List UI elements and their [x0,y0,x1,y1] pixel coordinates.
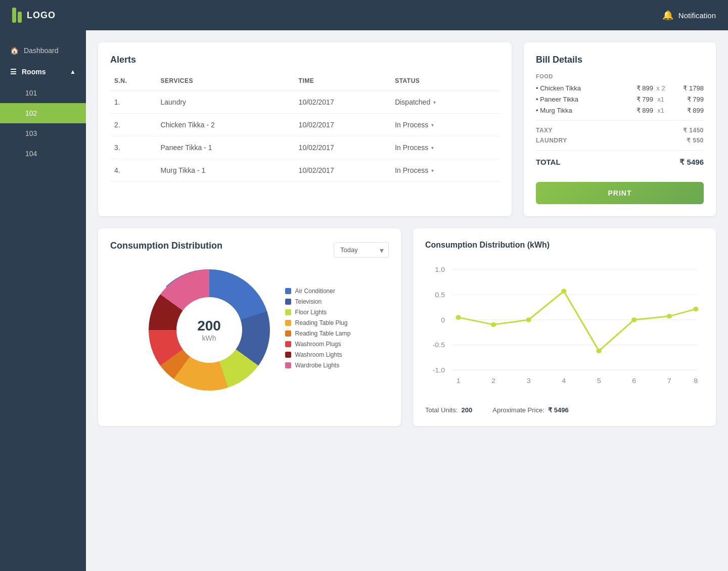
bill-item-price: ₹ 799 [623,96,653,103]
bill-item-total: ₹ 799 [668,96,704,103]
svg-point-19 [491,322,496,327]
logo-area: LOGO [12,8,56,23]
bill-item-qty: x1 [653,96,668,103]
table-row: 1. Laundry 10/02/2017 Dispatched ▾ [110,91,499,114]
svg-point-25 [693,307,698,311]
svg-point-22 [596,349,601,353]
chart-header: Consumption Distribution Today This Week… [110,241,389,259]
bill-card: Bill Details FOOD • Chicken Tikka ₹ 899 … [524,42,716,216]
main-content: Alerts S.N. SERVICES TIME STATUS 1. Laun… [86,30,728,438]
col-sn: S.N. [110,73,157,91]
notification-label: Notification [678,11,716,20]
cell-status: In Process ▾ [391,136,499,159]
sidebar-item-103[interactable]: 103 [0,123,86,144]
col-time: TIME [295,73,391,91]
home-icon: 🏠 [10,46,19,55]
cell-sn: 3. [110,136,157,159]
legend-color [285,309,291,315]
top-row: Alerts S.N. SERVICES TIME STATUS 1. Laun… [98,42,716,216]
consumption-kwh-card: Consumption Distribution (kWh) 1.0 0.5 0… [413,228,716,426]
dashboard-label: Dashboard [24,46,59,55]
total-row: TOTAL ₹ 5496 [536,158,704,167]
laundry-amount: ₹ 550 [687,137,704,144]
bottom-row: Consumption Distribution Today This Week… [98,228,716,426]
pie-center-value: 200 [197,318,221,334]
pie-conic: 200 kWh [149,269,270,391]
chevron-up-icon: ▲ [70,68,76,75]
logo-icon [12,8,22,23]
cell-status: Dispatched ▾ [391,91,499,114]
legend-label: Washroom Lights [295,351,342,358]
legend-item: Television [285,298,351,305]
cell-service: Laundry [157,91,295,114]
svg-point-24 [667,314,672,318]
sidebar-item-102[interactable]: 102 [0,103,86,123]
cell-sn: 4. [110,159,157,182]
sidebar-item-dashboard[interactable]: 🏠 Dashboard [0,40,86,61]
taxy-row: TAXY ₹ 1450 [536,127,704,134]
sidebar-rooms-section[interactable]: ☰ Rooms ▲ [0,61,86,83]
legend-color [285,330,291,337]
col-status: STATUS [391,73,499,91]
sidebar-item-104[interactable]: 104 [0,144,86,164]
svg-text:2: 2 [491,377,495,385]
svg-point-23 [631,317,636,322]
table-row: 3. Paneer Tikka - 1 10/02/2017 In Proces… [110,136,499,159]
line-chart-svg: 1.0 0.5 0 -0.5 -1.0 1 2 3 4 5 6 7 8 [425,258,704,389]
cell-time: 10/02/2017 [295,159,391,182]
cell-service: Chicken Tikka - 2 [157,114,295,136]
svg-text:0: 0 [441,316,445,323]
sidebar-item-101[interactable]: 101 [0,83,86,103]
svg-text:8: 8 [694,377,698,385]
cell-service: Murg Tikka - 1 [157,159,295,182]
chevron-down-icon[interactable]: ▾ [433,100,436,105]
notification-area[interactable]: 🔔 Notification [662,10,716,21]
consumption-dist-title: Consumption Distribution [110,241,222,251]
bill-item-row: • Chicken Tikka ₹ 899 x 2 ₹ 1798 [536,84,704,92]
legend: Air Conditioner Television Floor Lights … [285,288,351,372]
kwh-title: Consumption Distribution (kWh) [425,241,704,250]
food-label: FOOD [536,73,704,79]
time-dropdown[interactable]: Today This Week This Month [334,242,389,258]
col-services: SERVICES [157,73,295,91]
topnav: LOGO 🔔 Notification [0,0,728,30]
legend-item: Floor Lights [285,309,351,316]
svg-text:1.0: 1.0 [435,266,445,273]
chevron-down-icon[interactable]: ▾ [431,122,434,128]
legend-label: Reading Table Lamp [295,330,351,337]
total-units-label: Total Units: 200 [425,406,472,414]
bill-item-name: • Chicken Tikka [536,84,623,92]
print-button[interactable]: PRINT [536,182,704,204]
bill-item-qty: x 2 [653,84,668,92]
cell-time: 10/02/2017 [295,91,391,114]
cell-time: 10/02/2017 [295,114,391,136]
legend-label: Floor Lights [295,309,327,316]
bill-item-price: ₹ 899 [623,107,653,114]
taxy-label: TAXY [536,127,553,134]
legend-item: Washroom Plugs [285,341,351,348]
svg-text:6: 6 [632,377,636,385]
cell-service: Paneer Tikka - 1 [157,136,295,159]
legend-label: Washroom Plugs [295,341,341,348]
svg-text:0.5: 0.5 [435,292,445,299]
chevron-down-icon[interactable]: ▾ [431,145,434,151]
svg-point-20 [526,317,531,322]
legend-label: Television [295,298,322,305]
table-row: 2. Chicken Tikka - 2 10/02/2017 In Proce… [110,114,499,136]
chart-footer: Total Units: 200 Aproximate Price: ₹ 549… [425,406,704,414]
svg-text:4: 4 [562,377,566,385]
svg-text:3: 3 [527,377,531,385]
svg-text:-0.5: -0.5 [433,342,445,349]
list-icon: ☰ [10,68,17,76]
chevron-down-icon[interactable]: ▾ [431,168,434,173]
svg-text:5: 5 [597,377,601,385]
legend-label: Wardrobe Lights [295,362,340,369]
bill-item-total: ₹ 899 [668,107,704,114]
alerts-card: Alerts S.N. SERVICES TIME STATUS 1. Laun… [98,42,512,216]
bill-item-name: • Paneer Tikka [536,96,623,103]
bill-title: Bill Details [536,55,704,65]
dropdown-wrapper[interactable]: Today This Week This Month [334,242,389,258]
rooms-label: Rooms [22,68,46,76]
legend-item: Washroom Lights [285,351,351,358]
bill-item-row: • Paneer Tikka ₹ 799 x1 ₹ 799 [536,96,704,103]
